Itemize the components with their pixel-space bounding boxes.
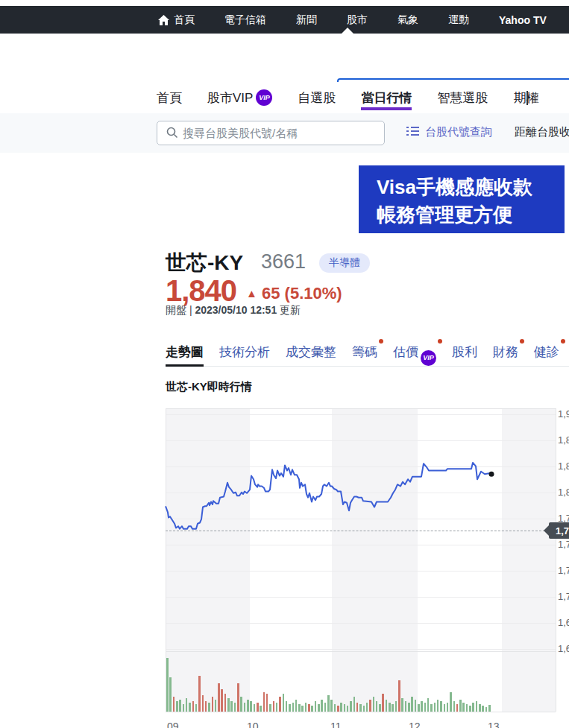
quote-status-line: 開盤 | 2023/05/10 12:51 更新	[166, 304, 301, 317]
tab-財務[interactable]: 財務	[493, 337, 518, 366]
subnav-item-label: 股市VIP	[207, 89, 253, 107]
up-arrow-icon: ▲	[246, 287, 257, 300]
y-axis-label: 1,880	[558, 434, 569, 446]
volume-bar	[359, 704, 362, 712]
ticker-search-input[interactable]: 搜尋台股美股代號/名稱	[157, 121, 385, 145]
search-icon	[166, 127, 178, 142]
tab-成交彙整[interactable]: 成交彙整	[286, 337, 336, 366]
volume-bar	[340, 703, 342, 712]
volume-bar	[240, 697, 242, 712]
visa-ad-banner[interactable]: Visa手機感應收款 帳務管理更方便	[359, 165, 565, 233]
x-axis-label: 12	[409, 721, 421, 728]
y-axis-label: 1,700	[558, 591, 569, 602]
volume-bar	[408, 703, 410, 712]
volume-bar	[476, 701, 478, 712]
volume-bar	[373, 697, 375, 712]
quote-timestamp: 2023/05/10 12:51	[195, 304, 277, 316]
volume-bar	[212, 697, 214, 712]
ticker-lookup-label: 台股代號查詢	[425, 125, 492, 139]
topbar-item-氣象[interactable]: 氣象	[397, 13, 418, 27]
vip-badge: VIP	[421, 350, 436, 366]
ticker-lookup-link[interactable]: 台股代號查詢	[406, 125, 492, 139]
subnav-item-首頁[interactable]: 首頁	[157, 82, 182, 113]
tab-label: 走勢圖	[166, 345, 204, 359]
y-axis-label: 1,850	[558, 460, 569, 472]
stock-subnav: 首頁股市VIPVIP自選股當日行情智慧選股期權	[0, 82, 569, 114]
tab-股利[interactable]: 股利	[452, 337, 477, 366]
current-price: 1,840	[166, 274, 236, 308]
tab-label: 健診	[534, 345, 559, 359]
new-feature-dot	[520, 339, 524, 344]
volume-bar	[389, 703, 391, 712]
volume-bar	[305, 703, 307, 712]
top-navigation-bar: 首頁電子信箱新聞股市氣象運動Yahoo TVA	[0, 6, 569, 34]
subnav-item-當日行情[interactable]: 當日行情	[361, 82, 412, 113]
volume-bar	[376, 701, 378, 712]
tab-label: 籌碼	[352, 345, 377, 359]
volume-bar	[269, 704, 271, 712]
price-line-chart[interactable]	[166, 408, 556, 712]
clipped-nav-item[interactable]	[526, 91, 528, 105]
volume-bar	[334, 704, 336, 712]
subnav-item-股市VIP[interactable]: 股市VIPVIP	[207, 82, 272, 113]
volume-bar	[324, 703, 327, 712]
volume-bar	[401, 698, 403, 712]
vip-badge: VIP	[256, 89, 272, 106]
volume-bar	[363, 706, 365, 712]
volume-bar	[382, 694, 384, 712]
y-axis-label: 1,820	[558, 487, 569, 498]
volume-bar	[308, 704, 310, 712]
topbar-item-label: 運動	[448, 13, 469, 27]
price-line	[166, 463, 491, 529]
volume-bar	[192, 701, 195, 712]
subnav-item-自選股[interactable]: 自選股	[298, 82, 336, 113]
volume-bar	[466, 704, 468, 712]
volume-bar	[198, 676, 201, 712]
volume-bar	[298, 704, 301, 712]
home-icon	[158, 15, 169, 25]
x-axis-label: 11	[330, 721, 342, 728]
x-axis-label: 13	[488, 721, 500, 728]
topbar-item-首頁[interactable]: 首頁	[158, 13, 195, 27]
topbar-item-新聞[interactable]: 新聞	[296, 13, 317, 27]
y-axis-label: 1,730	[558, 565, 569, 576]
volume-bar	[195, 704, 198, 712]
volume-bar	[244, 703, 246, 712]
volume-bar	[315, 701, 317, 712]
volume-bar	[263, 692, 265, 712]
subnav-item-智慧選股[interactable]: 智慧選股	[437, 82, 488, 113]
chart-border	[166, 712, 556, 712]
subnav-item-label: 首頁	[157, 89, 182, 107]
volume-bar	[453, 701, 456, 712]
volume-bar	[176, 701, 178, 712]
tab-籌碼[interactable]: 籌碼	[352, 337, 377, 366]
volume-bar	[415, 700, 417, 712]
volume-bar	[421, 701, 423, 712]
volume-bar	[166, 658, 169, 712]
list-icon	[406, 126, 419, 139]
topbar-item-電子信箱[interactable]: 電子信箱	[224, 13, 266, 27]
stock-code: 3661	[261, 250, 306, 273]
volume-bar	[301, 706, 304, 712]
volume-bar	[289, 704, 291, 712]
topbar-item-股市[interactable]: 股市	[347, 13, 368, 27]
volume-bar	[330, 700, 333, 712]
volume-bar	[434, 703, 436, 712]
topbar-item-運動[interactable]: 運動	[448, 13, 469, 27]
ad-line2: 帳務管理更方便	[377, 202, 512, 228]
sector-badge[interactable]: 半導體	[319, 253, 370, 273]
volume-bar	[292, 703, 295, 712]
last-price-dot	[489, 472, 494, 477]
tab-健診[interactable]: 健診	[534, 337, 559, 366]
tab-label: 股利	[452, 345, 477, 359]
new-feature-dot	[561, 339, 565, 344]
topbar-item-Yahoo TV[interactable]: Yahoo TV	[499, 14, 547, 26]
tab-label: 估價	[393, 345, 418, 359]
tab-估價[interactable]: 估價VIP	[393, 337, 436, 366]
ad-line1: Visa手機感應收款	[377, 174, 532, 200]
tab-走勢圖[interactable]: 走勢圖	[166, 337, 204, 366]
tab-技術分析[interactable]: 技術分析	[219, 337, 270, 366]
subnav-item-label: 自選股	[298, 89, 336, 107]
volume-bar	[295, 700, 298, 712]
volume-bar	[379, 704, 381, 712]
